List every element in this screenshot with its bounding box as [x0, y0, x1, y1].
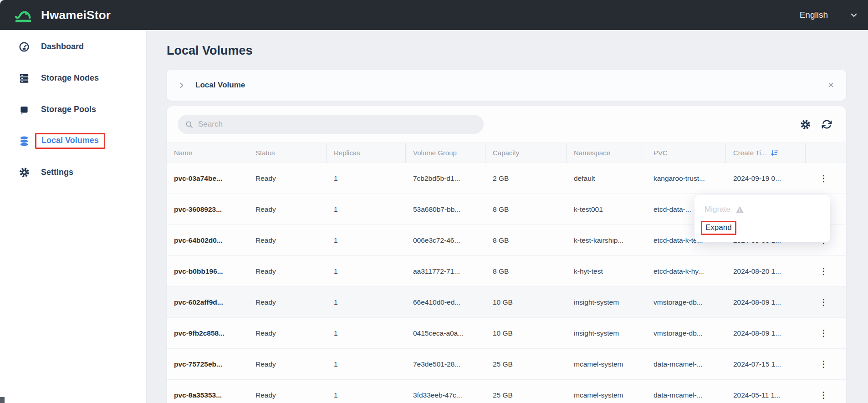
table-row: pvc-602aff9d...Ready166e410d0-ed...10 GB… — [167, 287, 846, 318]
column-header-create-time[interactable]: Create Ti... — [726, 143, 806, 163]
cell-capacity: 10 GB — [485, 318, 567, 348]
column-header-actions — [806, 143, 846, 163]
cell-namespace: mcamel-system — [567, 349, 646, 379]
cell-name: pvc-75725eb... — [167, 349, 248, 379]
search-box[interactable] — [178, 115, 484, 134]
table-settings-gear-icon[interactable] — [800, 119, 811, 130]
table-card: Name Status Replicas Volume Group Capaci… — [167, 106, 846, 403]
row-actions-kebab-icon[interactable]: ⋮ — [819, 267, 828, 275]
table-row: pvc-03a74be...Ready17cb2bd5b-d1...2 GBde… — [167, 163, 846, 194]
cell-status: Ready — [248, 256, 327, 286]
cell-pvc: data-mcamel-... — [646, 349, 726, 379]
cell-status: Ready — [248, 318, 327, 348]
storage-pools-icon — [18, 104, 30, 116]
cell-volume-group: aa311772-71... — [406, 256, 485, 286]
cell-capacity: 25 GB — [485, 349, 567, 379]
sidebar-item-label: Dashboard — [41, 42, 84, 51]
cell-replicas: 1 — [327, 318, 406, 348]
cell-namespace: k-test001 — [567, 194, 646, 224]
cell-create-time: 2024-05-11 1... — [726, 380, 806, 403]
table-toolbar — [167, 106, 846, 143]
cell-namespace: k-test-kairship... — [567, 225, 646, 255]
column-header-replicas[interactable]: Replicas — [327, 143, 406, 163]
menu-item-expand[interactable]: Expand — [694, 219, 830, 237]
row-actions-kebab-icon[interactable]: ⋮ — [819, 329, 828, 337]
cell-name: pvc-b0bb196... — [167, 256, 248, 286]
menu-item-migrate: Migrate — [694, 200, 830, 219]
cell-volume-group: 66e410d0-ed... — [406, 287, 485, 317]
row-actions-kebab-icon[interactable]: ⋮ — [819, 298, 828, 306]
cell-namespace: mcamel-system — [567, 380, 646, 403]
cell-volume-group: 006e3c72-46... — [406, 225, 485, 255]
cell-create-time: 2024-08-20 1... — [726, 256, 806, 286]
cell-actions: ⋮ — [806, 318, 846, 348]
cell-pvc: vmstorage-db... — [646, 318, 726, 348]
cell-status: Ready — [248, 225, 327, 255]
cell-pvc: kangaroo-trust... — [646, 163, 726, 194]
language-selector[interactable]: English — [800, 10, 858, 20]
cell-name: pvc-3608923... — [167, 194, 248, 224]
cell-actions: ⋮ — [806, 380, 846, 403]
main-content: Local Volumes Local Volume ✕ — [147, 30, 868, 403]
sidebar-item-settings[interactable]: Settings — [0, 157, 146, 188]
cell-pvc: data-mcamel-... — [646, 380, 726, 403]
cell-capacity: 25 GB — [485, 380, 567, 403]
column-header-name[interactable]: Name — [167, 143, 248, 163]
cell-status: Ready — [248, 194, 327, 224]
cell-capacity: 8 GB — [485, 225, 567, 255]
sidebar-item-label: Storage Nodes — [41, 73, 99, 83]
cell-namespace: insight-system — [567, 318, 646, 348]
annotation-box-expand: Expand — [701, 221, 736, 235]
table-row: pvc-9fb2c858...Ready10415ceca-a0a...10 G… — [167, 318, 846, 349]
column-header-pvc[interactable]: PVC — [646, 143, 726, 163]
sidebar: Dashboard Storage Nodes S — [0, 30, 147, 403]
refresh-icon[interactable] — [821, 119, 832, 130]
row-actions-kebab-icon[interactable]: ⋮ — [819, 360, 828, 368]
sidebar-item-storage-nodes[interactable]: Storage Nodes — [0, 62, 146, 94]
cell-status: Ready — [248, 349, 327, 379]
table-row: pvc-8a35353...Ready13fd33eeb-47c...25 GB… — [167, 380, 846, 403]
cell-create-time: 2024-08-09 1... — [726, 318, 806, 348]
brand: HwameiStor — [14, 6, 111, 24]
table-row: pvc-b0bb196...Ready1aa311772-71...8 GBk-… — [167, 256, 846, 287]
cell-capacity: 8 GB — [485, 256, 567, 286]
cell-replicas: 1 — [327, 349, 406, 379]
menu-item-label: Migrate — [705, 205, 730, 214]
cell-create-time: 2024-07-15 1... — [726, 349, 806, 379]
column-header-volume-group[interactable]: Volume Group — [406, 143, 485, 163]
cell-name: pvc-9fb2c858... — [167, 318, 248, 348]
cell-actions: ⋮ — [806, 163, 846, 194]
cell-volume-group: 3fd33eeb-47c... — [406, 380, 485, 403]
cell-name: pvc-03a74be... — [167, 163, 248, 194]
local-volumes-database-icon — [18, 135, 30, 147]
warning-icon — [735, 206, 744, 214]
chevron-right-icon[interactable] — [178, 82, 185, 89]
column-header-capacity[interactable]: Capacity — [485, 143, 567, 163]
cell-name: pvc-8a35353... — [167, 380, 248, 403]
sidebar-item-local-volumes[interactable]: Local Volumes — [0, 125, 146, 157]
search-input[interactable] — [198, 120, 453, 129]
cell-namespace: insight-system — [567, 287, 646, 317]
sidebar-item-dashboard[interactable]: Dashboard — [0, 31, 146, 62]
cell-status: Ready — [248, 163, 327, 194]
sort-descending-icon[interactable] — [771, 149, 779, 157]
storage-nodes-icon — [18, 72, 30, 84]
sidebar-item-storage-pools[interactable]: Storage Pools — [0, 94, 146, 125]
close-icon[interactable]: ✕ — [827, 80, 834, 90]
language-label: English — [800, 10, 828, 20]
dashboard-gauge-icon — [18, 41, 30, 53]
cell-status: Ready — [248, 380, 327, 403]
column-header-namespace[interactable]: Namespace — [567, 143, 646, 163]
row-actions-kebab-icon[interactable]: ⋮ — [819, 174, 828, 183]
cell-volume-group: 53a680b7-bb... — [406, 194, 485, 224]
sidebar-item-label: Storage Pools — [41, 105, 96, 114]
cell-replicas: 1 — [327, 380, 406, 403]
cell-replicas: 1 — [327, 163, 406, 194]
row-actions-kebab-icon[interactable]: ⋮ — [819, 391, 828, 399]
cell-namespace: k-hyt-test — [567, 256, 646, 286]
search-icon — [185, 120, 194, 129]
cell-name: pvc-602aff9d... — [167, 287, 248, 317]
column-header-status[interactable]: Status — [248, 143, 327, 163]
cell-actions: ⋮ — [806, 349, 846, 379]
window-corner-artifact — [0, 397, 5, 403]
